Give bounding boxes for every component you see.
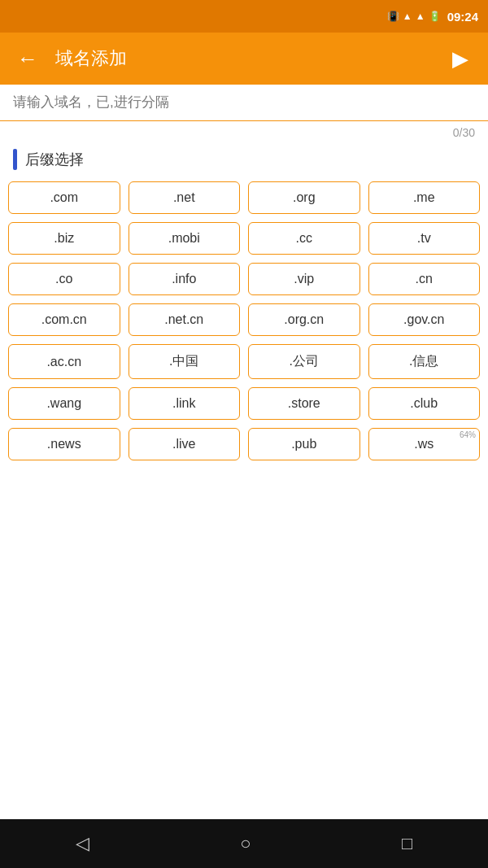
tld-button[interactable]: .tv <box>368 222 481 255</box>
tld-grid: .com.net.org.me.biz.mobi.cc.tv.co.info.v… <box>0 178 488 469</box>
tld-button[interactable]: .org <box>248 181 360 214</box>
tld-button[interactable]: .link <box>129 387 241 420</box>
tld-button[interactable]: .pub <box>248 428 360 460</box>
tld-button[interactable]: .mobi <box>129 222 241 255</box>
sim-icon: 📳 <box>387 11 399 22</box>
tld-button[interactable]: .biz <box>8 222 120 255</box>
wifi-icon: ▲ <box>403 11 412 22</box>
tld-button[interactable]: .com <box>8 181 120 214</box>
send-button[interactable]: ▶ <box>446 46 475 72</box>
nav-recents-button[interactable]: □ <box>386 825 429 862</box>
tld-button[interactable]: .com.cn <box>8 303 120 336</box>
counter-row: 0/30 <box>0 121 488 141</box>
tld-button[interactable]: .ws64% <box>368 428 481 460</box>
tld-button[interactable]: .info <box>129 263 241 295</box>
status-bar: 📳 ▲ ▲ 🔋 09:24 <box>0 0 488 33</box>
tld-button[interactable]: .ac.cn <box>8 344 120 379</box>
tld-button[interactable]: .net <box>129 181 241 214</box>
battery-icon: 🔋 <box>429 11 441 22</box>
status-icons: 📳 ▲ ▲ 🔋 <box>387 11 441 22</box>
tld-button[interactable]: .vip <box>248 263 360 295</box>
signal-icon: ▲ <box>416 11 425 22</box>
toolbar-title: 域名添加 <box>55 46 433 71</box>
tld-button[interactable]: .net.cn <box>129 303 241 336</box>
domain-input[interactable] <box>13 94 475 111</box>
tld-button[interactable]: .wang <box>8 387 120 420</box>
status-time: 09:24 <box>447 10 478 24</box>
toolbar: ← 域名添加 ▶ <box>0 33 488 85</box>
tld-button[interactable]: .信息 <box>368 344 481 379</box>
tld-button[interactable]: .co <box>8 263 120 295</box>
nav-home-button[interactable]: ○ <box>224 825 267 862</box>
counter-text: 0/30 <box>453 126 475 139</box>
tld-button[interactable]: .live <box>129 428 241 460</box>
section-bar-accent <box>13 149 17 170</box>
tld-button[interactable]: .news <box>8 428 120 460</box>
tld-button[interactable]: .cn <box>368 263 481 295</box>
main-content: 0/30 后缀选择 .com.net.org.me.biz.mobi.cc.tv… <box>0 85 488 819</box>
nav-bar: ◁ ○ □ <box>0 819 488 868</box>
tld-button[interactable]: .公司 <box>248 344 360 379</box>
section-header: 后缀选择 <box>0 141 488 178</box>
input-section <box>0 85 488 121</box>
tld-button[interactable]: .me <box>368 181 481 214</box>
content-inner: 0/30 后缀选择 .com.net.org.me.biz.mobi.cc.tv… <box>0 85 488 819</box>
tld-badge: 64% <box>460 430 476 439</box>
tld-button[interactable]: .cc <box>248 222 360 255</box>
tld-button[interactable]: .club <box>368 387 481 420</box>
tld-button[interactable]: .org.cn <box>248 303 360 336</box>
tld-button[interactable]: .中国 <box>129 344 241 379</box>
section-title: 后缀选择 <box>25 150 84 169</box>
nav-back-button[interactable]: ◁ <box>59 825 106 862</box>
back-button[interactable]: ← <box>13 46 42 72</box>
tld-button[interactable]: .store <box>248 387 360 420</box>
tld-button[interactable]: .gov.cn <box>368 303 481 336</box>
